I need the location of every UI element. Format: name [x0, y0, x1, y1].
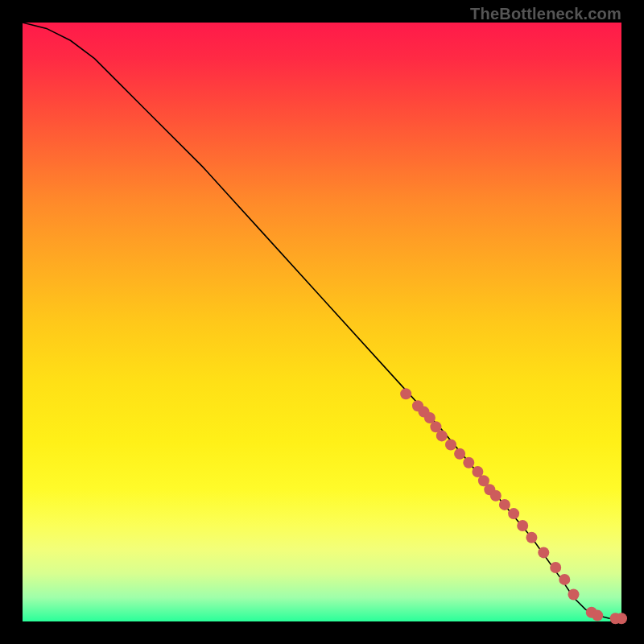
- data-marker: [616, 613, 627, 624]
- data-marker: [436, 430, 448, 441]
- data-marker: [508, 508, 519, 519]
- data-marker: [559, 574, 570, 585]
- watermark-text: TheBottleneck.com: [470, 5, 621, 23]
- data-marker: [550, 562, 561, 573]
- data-marker: [463, 457, 474, 469]
- chart-frame: TheBottleneck.com: [0, 0, 644, 644]
- marker-group: [400, 388, 627, 624]
- data-marker: [499, 499, 510, 510]
- data-marker: [517, 520, 528, 531]
- data-marker: [568, 589, 580, 601]
- chart-svg: [23, 23, 621, 621]
- data-marker: [592, 610, 603, 621]
- data-marker: [490, 490, 502, 502]
- data-marker: [400, 388, 411, 399]
- bottleneck-curve: [23, 23, 621, 618]
- data-marker: [445, 440, 456, 451]
- data-marker: [538, 547, 549, 558]
- data-marker: [526, 532, 537, 543]
- data-marker: [454, 448, 465, 460]
